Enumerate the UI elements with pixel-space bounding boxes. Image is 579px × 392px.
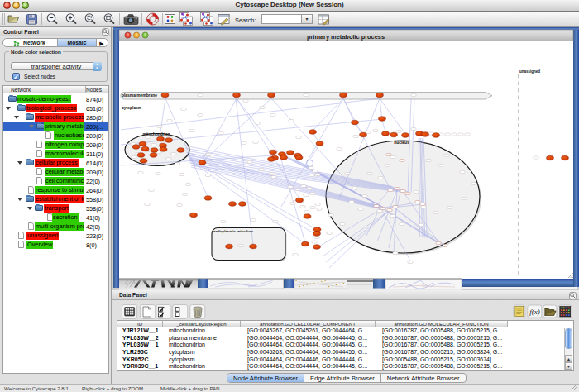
svg-text:plasma membrane: plasma membrane — [122, 93, 157, 98]
svg-text:unassigned: unassigned — [519, 69, 540, 74]
svg-text:nucleus: nucleus — [394, 141, 409, 145]
svg-text:f(x): f(x) — [529, 308, 540, 316]
svg-text:cytoplasm: cytoplasm — [122, 106, 142, 110]
svg-text:endoplasmic reticulum: endoplasmic reticulum — [213, 229, 253, 233]
svg-text:primary metabolic process: primary metabolic process — [307, 33, 385, 41]
